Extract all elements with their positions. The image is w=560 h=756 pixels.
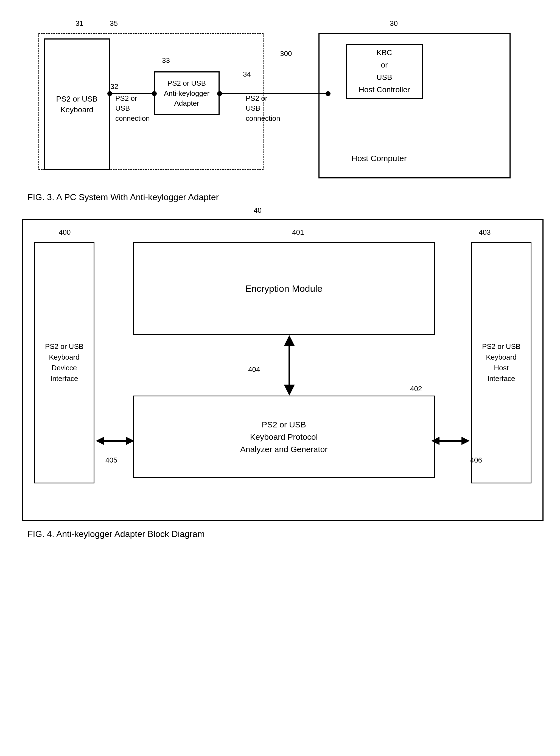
svg-marker-2	[284, 384, 295, 396]
protocol-box: PS2 or USBKeyboard ProtocolAnalyzer and …	[133, 396, 435, 478]
ref-32: 32	[111, 82, 118, 91]
dot-adapter-right	[217, 91, 222, 96]
keyboard-box: PS2 or USBKeyboard	[44, 38, 110, 170]
ref-30: 30	[390, 19, 398, 28]
fig3-diagram: 35 31 30 PS2 or USBKeyboard 32 PS2 orUSB…	[22, 17, 543, 187]
ref-405: 405	[105, 456, 117, 464]
ref-40: 40	[254, 206, 262, 215]
svg-marker-1	[284, 335, 295, 346]
keyboard-label: PS2 or USBKeyboard	[56, 94, 98, 115]
host-iface-box: PS2 or USBKeyboardHostInterface	[471, 242, 532, 483]
dev-iface-box: PS2 or USBKeyboardDevicceInterface	[34, 242, 95, 483]
svg-marker-7	[431, 437, 439, 445]
adapter-box: PS2 or USBAnti-keyloggerAdapter	[154, 72, 220, 115]
ps2-conn-right: PS2 orUSBconnection	[246, 93, 280, 123]
ref-300: 300	[280, 49, 292, 58]
svg-marker-4	[96, 437, 104, 445]
vert-arrow-404	[281, 335, 298, 396]
ref-35: 35	[110, 19, 118, 28]
ref-404: 404	[248, 365, 260, 374]
host-computer-label: Host Computer	[352, 154, 407, 163]
ref-34: 34	[243, 70, 251, 79]
host-iface-label: PS2 or USBKeyboardHostInterface	[482, 341, 520, 384]
svg-marker-8	[461, 437, 470, 445]
fig4-diagram: 40 400 401 403 PS2 or USBKeyboardDevicce…	[22, 219, 543, 521]
dev-iface-label: PS2 or USBKeyboardDevicceInterface	[45, 341, 83, 384]
adapter-label: PS2 or USBAnti-keyloggerAdapter	[164, 78, 209, 108]
ref-400: 400	[59, 228, 71, 237]
horiz-arrow-left-405	[96, 434, 134, 448]
horiz-arrow-right-406	[431, 434, 470, 448]
svg-marker-5	[126, 437, 134, 445]
protocol-label: PS2 or USBKeyboard ProtocolAnalyzer and …	[240, 418, 328, 455]
ps2-conn-left: PS2 orUSBconnection	[115, 93, 150, 123]
encrypt-box: Encryption Module	[133, 242, 435, 335]
fig4-container: 40 400 401 403 PS2 or USBKeyboardDevicce…	[22, 219, 543, 539]
fig3-caption: FIG. 3. A PC System With Anti-keylogger …	[27, 192, 543, 202]
ref-403: 403	[479, 228, 491, 237]
fig3-title-text: FIG. 3. A PC System With Anti-keylogger …	[27, 192, 219, 202]
ref-402: 402	[410, 384, 422, 393]
fig4-caption: FIG. 4. Anti-keylogger Adapter Block Dia…	[27, 529, 543, 539]
ref-401: 401	[292, 228, 304, 237]
kbc-box: KBCorUSBHost Controller	[346, 44, 423, 99]
kbc-label: KBCorUSBHost Controller	[359, 47, 410, 96]
fig3-container: 35 31 30 PS2 or USBKeyboard 32 PS2 orUSB…	[22, 17, 543, 202]
encrypt-label: Encryption Module	[245, 283, 323, 294]
ref-31: 31	[76, 19, 83, 28]
ref-406: 406	[470, 456, 482, 464]
conn-line-kb-adapter	[110, 93, 154, 94]
dot-kb-right	[107, 91, 112, 96]
fig4-title-text: FIG. 4. Anti-keylogger Adapter Block Dia…	[27, 529, 205, 539]
ref-33: 33	[162, 56, 170, 65]
